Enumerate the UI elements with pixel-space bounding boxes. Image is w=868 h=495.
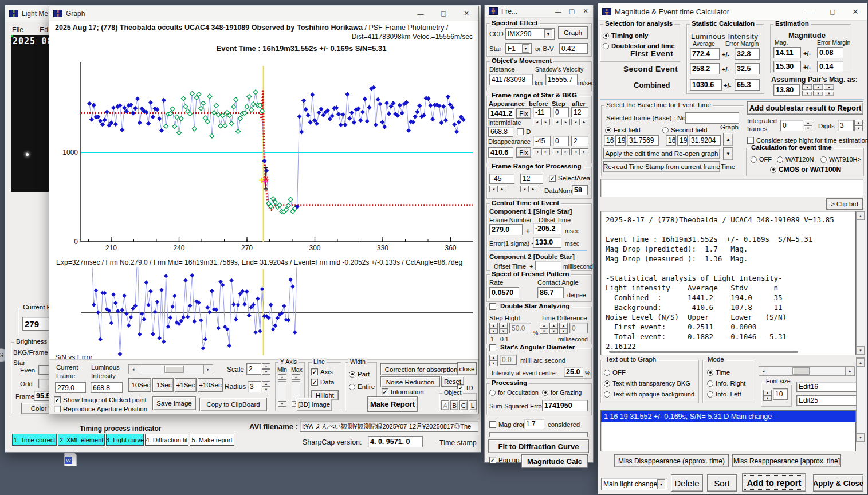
residual-plot[interactable] [54, 267, 476, 358]
add-to-report-button[interactable]: Add to report [742, 473, 806, 492]
first-err-field[interactable]: 32.8 [735, 48, 760, 60]
before-spinner[interactable]: ◄► [533, 119, 550, 125]
miss-disappearance-button[interactable]: Miss Disappearance (approx. time) [614, 454, 729, 467]
assuming-steppers[interactable]: ▲▲▲ ▼▼▼ [802, 84, 834, 96]
maximize-icon[interactable]: ▢ [821, 3, 844, 20]
result-listbox[interactable]: 1 16 19 31.552 +/- 0.169s, S/N= 5.31 D M… [600, 410, 856, 451]
time-up-button[interactable]: ▲ [723, 133, 733, 146]
assuming-field[interactable]: 13.80 [773, 84, 800, 96]
wat120n-radio[interactable]: WAT120N [777, 156, 814, 163]
contact-angle-field[interactable]: 86.7 [537, 287, 564, 298]
rate-field[interactable]: 0.0570 [489, 287, 519, 298]
sharpcap-field[interactable]: 4. 0. 9571. 0 [368, 436, 423, 447]
selectarea-checkbox[interactable]: ✓SelectArea [549, 175, 590, 182]
spectral-graph-button[interactable]: Graph [558, 26, 588, 39]
step-spinner[interactable]: ◄► [553, 119, 570, 125]
close-icon[interactable]: ✕ [579, 5, 592, 17]
ymin-down[interactable]: ▼ [278, 401, 286, 407]
dis-step-field[interactable]: 0 [553, 136, 569, 146]
angular-field[interactable]: 0.0 [500, 355, 517, 365]
add-doublestar-button[interactable]: Add doublestar result to Report [747, 101, 863, 115]
step-hight-field[interactable]: 50.0 [509, 323, 531, 333]
grazing-radio[interactable]: for Grazing [542, 389, 582, 396]
wat910h-radio[interactable]: WAT910H> [820, 156, 861, 163]
scale-stepper[interactable]: ▲▼ [262, 363, 270, 375]
apply-edit-time-button[interactable]: Apply the edit time and Re-open graph [603, 148, 720, 159]
textout-opaque-radio[interactable]: Text with opaque background [604, 391, 694, 398]
make-report-button[interactable]: Make Report [367, 396, 418, 412]
dis-before-spinner[interactable]: ◄► [533, 148, 550, 155]
after-spinner[interactable]: ◄► [571, 119, 588, 125]
frame-number-field[interactable]: 279.0 [489, 224, 523, 235]
intensity-field[interactable]: 25.0 [564, 367, 583, 377]
reproduce-aperture-checkbox[interactable]: Reproduce Aperture Position [54, 406, 147, 412]
scroll-up-icon[interactable]: ▲ [857, 211, 865, 220]
integrated-frames-field[interactable]: 0 [780, 120, 803, 131]
sse-field[interactable]: 1741950 [542, 400, 588, 411]
scroll-down-icon[interactable]: ▼ [857, 433, 865, 442]
magdrop-field[interactable]: 1.7 [524, 419, 544, 429]
information-checkbox[interactable]: ✓Information [382, 388, 424, 395]
velocity-field[interactable]: 15555.7 [545, 74, 578, 85]
graph-pos-scrollbar[interactable]: ◄ ► [759, 366, 855, 376]
report-preview-box[interactable] [600, 179, 863, 197]
magdrop-checkbox[interactable]: Mag drop [489, 421, 527, 428]
delete-button[interactable]: Delete [671, 474, 703, 492]
scroll-thumb[interactable] [164, 366, 184, 373]
chevron-down-icon[interactable]: ▼ [522, 44, 529, 53]
doublestar-time-radio[interactable]: Doublestar and time [603, 42, 675, 49]
digits-field[interactable]: 3 [838, 120, 854, 131]
minimize-icon[interactable]: — [551, 5, 565, 17]
range-from-spinner[interactable]: ◄► [489, 186, 506, 192]
fit-diffraction-button[interactable]: Fit to Diffraction Curve [488, 439, 589, 453]
first-field-radio[interactable]: First field [605, 127, 641, 133]
first-mag-err-field[interactable]: 0.08 [817, 47, 843, 58]
mode-info-right-radio[interactable]: Info. Right [707, 380, 745, 387]
range-to-field[interactable]: 12 [520, 174, 543, 184]
off-radio[interactable]: OFF [751, 156, 772, 163]
occultation-radio[interactable]: for Occultation [489, 389, 539, 396]
mode-time-radio[interactable]: Time [707, 369, 730, 376]
digits-stepper[interactable]: ▲▼ [854, 120, 863, 131]
d-checkbox[interactable]: D [517, 128, 531, 135]
correction-absorption-button[interactable]: Correction for absorption [380, 363, 462, 375]
report-text-area[interactable]: 2025-8-17 / (778)Theobalda / UCAC4 348-1… [600, 211, 856, 355]
minimize-icon[interactable]: — [409, 6, 432, 21]
menu-file[interactable]: File [12, 26, 23, 34]
appearance-field[interactable]: 1441.2 [488, 108, 514, 119]
scroll-left-icon[interactable]: ◄ [759, 367, 768, 375]
intermidiate-field[interactable]: 668.8 [488, 127, 513, 137]
combined-err-field[interactable]: 65.3 [735, 79, 760, 91]
popup-checkbox[interactable]: ✓Pop up [489, 457, 519, 463]
offset-time-field[interactable]: -205.2 [533, 223, 561, 234]
timediff-stepper-3[interactable]: ▲▼ [559, 323, 568, 334]
range-from-field[interactable]: -45 [489, 174, 514, 184]
h-scroll-thumb[interactable] [609, 351, 798, 353]
edit25-field[interactable]: Edit25 [796, 395, 862, 406]
copy-clipboard-button[interactable]: Copy to ClipBoard [199, 398, 267, 411]
textout-off-radio[interactable]: OFF [604, 369, 626, 376]
second-mag-err-field[interactable]: 0.14 [817, 61, 843, 72]
word-doc-icon[interactable]: W [64, 451, 77, 466]
offset2-field[interactable] [535, 261, 561, 271]
first-mag-field[interactable]: 14.11 [773, 47, 801, 58]
close-icon[interactable]: ✕ [455, 6, 478, 21]
scale-value[interactable]: 2 [246, 363, 261, 375]
close-graph-button[interactable]: close [457, 362, 477, 375]
clipboard-button[interactable]: -> Clip brd. [826, 198, 863, 210]
plus-10sec-button[interactable]: +10Sec [198, 378, 223, 392]
current-frame-value[interactable]: 279.0 [55, 382, 86, 393]
object-c-button[interactable]: C [459, 400, 468, 410]
miss-reappearance-button[interactable]: Miss Reapppearance [approx. tine] [732, 454, 841, 467]
time-down-button[interactable]: ▼ [723, 147, 733, 160]
timediff-stepper-2[interactable]: ▲▼ [549, 323, 558, 334]
star-type-combo[interactable]: F1▼ [505, 43, 532, 54]
time1-s[interactable]: 31.7569 [627, 135, 659, 146]
second-field-radio[interactable]: Second field [662, 127, 707, 133]
second-avg-field[interactable]: 258.2 [690, 63, 720, 74]
dis-before-field[interactable]: -45 [533, 136, 551, 146]
result-row-selected[interactable]: 1 16 19 31.552 +/- 0.169s, S/N= 5.31 D M… [601, 411, 855, 422]
ymin-track[interactable] [278, 381, 286, 400]
dis-after-field[interactable]: 2 [571, 136, 588, 146]
selected-frame-field[interactable] [685, 112, 739, 124]
